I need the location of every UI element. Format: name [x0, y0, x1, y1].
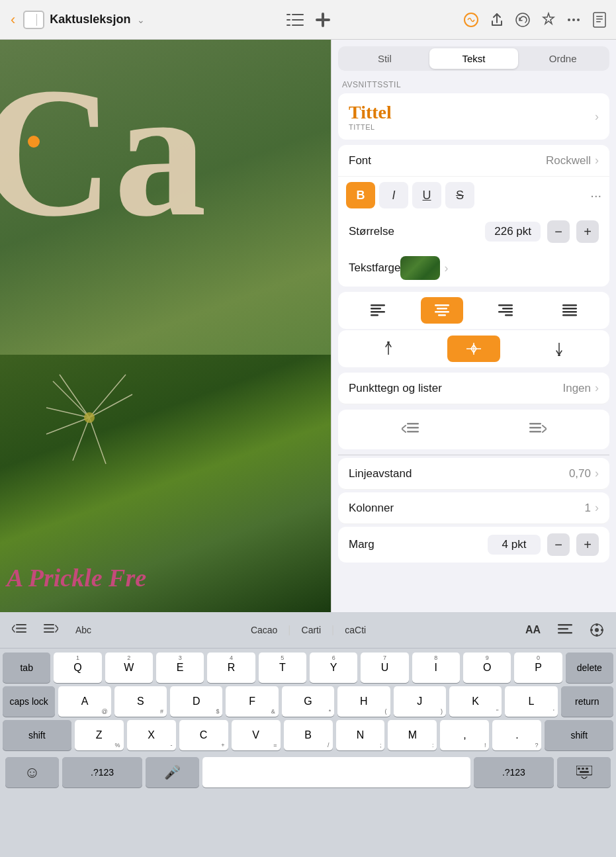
key-H[interactable]: H( — [337, 686, 390, 717]
key-A[interactable]: A@ — [58, 686, 110, 717]
more-format-button[interactable]: ··· — [590, 188, 601, 203]
align-justify-button[interactable] — [549, 297, 591, 324]
kb-word1-button[interactable]: Cacao — [244, 618, 284, 642]
number-switch-right-key[interactable]: .?123 — [474, 757, 554, 788]
add-icon[interactable] — [316, 13, 330, 27]
back-button[interactable]: ‹ — [8, 9, 18, 31]
valign-top-button[interactable] — [362, 336, 415, 362]
increase-indent-button[interactable] — [511, 416, 564, 443]
key-G[interactable]: G* — [282, 686, 334, 717]
underline-button[interactable]: U — [412, 182, 441, 208]
key-Z[interactable]: Z% — [75, 720, 124, 750]
key-N[interactable]: N; — [336, 720, 385, 750]
title-chevron-icon[interactable]: ⌄ — [137, 15, 145, 25]
bullets-row[interactable]: Punkttegn og lister Ingen › — [338, 373, 609, 404]
magic-wand-icon[interactable] — [462, 11, 480, 28]
svg-rect-60 — [558, 624, 572, 626]
decrease-indent-button[interactable] — [384, 416, 437, 443]
key-O[interactable]: 9O — [463, 653, 511, 683]
space-key[interactable] — [202, 757, 470, 788]
size-decrease-button[interactable]: − — [547, 220, 570, 243]
key-P[interactable]: 0P — [514, 653, 562, 683]
document-icon[interactable] — [591, 11, 608, 28]
align-right-button[interactable] — [484, 297, 527, 324]
key-I[interactable]: 8I — [412, 653, 460, 683]
key-T[interactable]: 5T — [259, 653, 306, 683]
columns-row[interactable]: Kolonner 1 › — [338, 492, 609, 524]
margin-value[interactable]: 4 pkt — [488, 535, 541, 555]
size-value[interactable]: 226 pkt — [485, 222, 541, 242]
return-key[interactable]: return — [561, 686, 613, 717]
align-center-button[interactable] — [421, 297, 463, 324]
sidebar-toggle-button[interactable] — [23, 11, 44, 29]
shift-right-key[interactable]: shift — [545, 720, 613, 750]
key-V[interactable]: V= — [232, 720, 281, 750]
text-color-row[interactable]: Tekstfarge › — [338, 249, 609, 287]
number-switch-key[interactable]: .?123 — [62, 757, 142, 788]
format-buttons-row: B I U S ··· — [338, 177, 609, 214]
kb-word3-button[interactable]: caCti — [338, 618, 373, 642]
line-spacing-row[interactable]: Linjeavstand 0,70 › — [338, 458, 609, 490]
key-J[interactable]: J) — [394, 686, 446, 717]
key-L[interactable]: L' — [505, 686, 557, 717]
key-D[interactable]: D$ — [170, 686, 222, 717]
key-Q[interactable]: 1Q — [54, 653, 101, 683]
emoji-key[interactable]: ☺ — [5, 757, 59, 788]
kb-extra-button[interactable] — [583, 618, 611, 642]
svg-rect-73 — [580, 771, 589, 773]
kb-align-button[interactable] — [551, 618, 579, 642]
kb-abc-button[interactable]: Abc — [69, 618, 98, 642]
keyboard-bottom-row: ☺ .?123 🎤 .?123 — [3, 754, 613, 791]
svg-rect-35 — [502, 308, 513, 310]
share-icon[interactable] — [489, 12, 505, 28]
key-F[interactable]: F& — [226, 686, 278, 717]
margin-decrease-button[interactable]: − — [547, 533, 570, 556]
kb-decrease-indent-button[interactable] — [5, 618, 33, 642]
key-comma[interactable]: ,! — [440, 720, 489, 750]
tab-tekst[interactable]: Tekst — [429, 48, 519, 69]
keyboard-dismiss-key[interactable] — [557, 757, 611, 788]
key-Y[interactable]: 6Y — [310, 653, 357, 683]
selection-handle[interactable] — [28, 136, 40, 148]
delete-key[interactable]: delete — [566, 653, 613, 683]
undo-icon[interactable] — [514, 11, 531, 28]
valign-bottom-button[interactable] — [533, 336, 586, 362]
strikethrough-button[interactable]: S — [445, 182, 474, 208]
shift-left-key[interactable]: shift — [3, 720, 71, 750]
tab-key[interactable]: tab — [3, 653, 50, 683]
annotate-icon[interactable] — [541, 12, 556, 28]
svg-rect-70 — [578, 768, 580, 770]
margin-increase-button[interactable]: + — [576, 533, 599, 556]
kb-increase-indent-button[interactable] — [37, 618, 65, 642]
list-icon[interactable] — [286, 13, 304, 27]
key-E[interactable]: 3E — [156, 653, 204, 683]
key-M[interactable]: M: — [388, 720, 437, 750]
svg-point-65 — [595, 623, 598, 626]
paragraph-style-row[interactable]: Tittel TITTEL › — [338, 93, 609, 140]
kb-text-size-button[interactable]: AA — [519, 618, 547, 642]
italic-button[interactable]: I — [379, 182, 408, 208]
align-left-button[interactable] — [357, 297, 399, 324]
key-W[interactable]: 2W — [105, 653, 153, 683]
text-color-swatch[interactable] — [400, 256, 440, 280]
caps-lock-key[interactable]: caps lock — [3, 686, 55, 717]
key-K[interactable]: K" — [449, 686, 502, 717]
key-R[interactable]: 4R — [207, 653, 255, 683]
valign-middle-button[interactable] — [447, 336, 500, 362]
bold-button[interactable]: B — [346, 182, 375, 208]
key-period[interactable]: .? — [492, 720, 541, 750]
key-B[interactable]: B/ — [284, 720, 333, 750]
kb-word2-button[interactable]: Carti — [295, 618, 328, 642]
size-increase-button[interactable]: + — [576, 220, 599, 243]
more-icon[interactable] — [566, 12, 582, 28]
tab-stil[interactable]: Stil — [340, 48, 429, 69]
font-row[interactable]: Font Rockwell › — [338, 145, 609, 177]
tab-ordne[interactable]: Ordne — [518, 48, 607, 69]
key-C[interactable]: C+ — [179, 720, 228, 750]
key-X[interactable]: X- — [127, 720, 176, 750]
microphone-key[interactable]: 🎤 — [146, 757, 199, 788]
svg-rect-39 — [562, 308, 577, 310]
key-U[interactable]: 7U — [361, 653, 408, 683]
svg-rect-3 — [292, 19, 304, 21]
key-S[interactable]: S# — [114, 686, 167, 717]
